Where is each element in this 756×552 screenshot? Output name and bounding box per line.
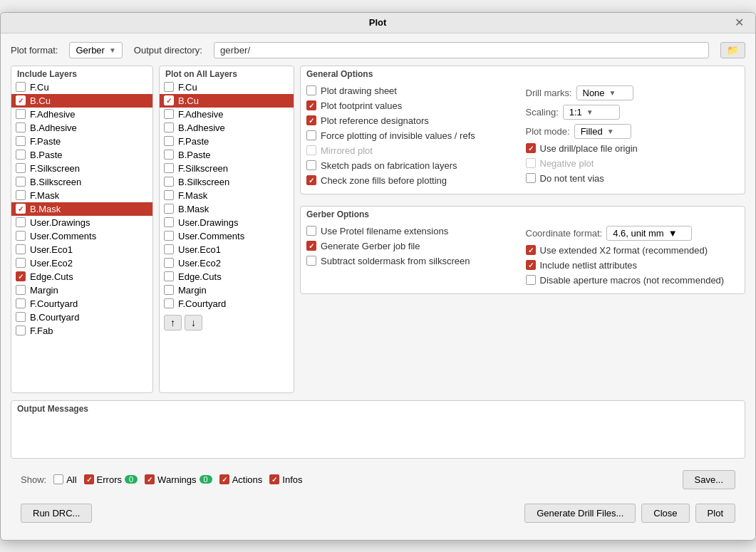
- list-item[interactable]: B.Silkscreen: [160, 175, 294, 189]
- layer-checkbox[interactable]: [16, 95, 26, 105]
- layer-checkbox[interactable]: [164, 123, 174, 132]
- list-item[interactable]: F.Paste: [11, 135, 152, 148]
- plot-mode-dropdown[interactable]: Filled ▼: [574, 124, 631, 139]
- list-item[interactable]: F.Mask: [160, 189, 294, 202]
- layer-checkbox[interactable]: [164, 136, 174, 146]
- list-item[interactable]: B.Paste: [11, 148, 152, 162]
- list-item[interactable]: User.Drawings: [11, 216, 152, 229]
- show-errors-checkbox[interactable]: [84, 474, 94, 484]
- layer-checkbox[interactable]: [164, 244, 174, 254]
- show-warnings-checkbox[interactable]: [145, 474, 155, 484]
- move-down-button[interactable]: ↓: [185, 315, 202, 330]
- coordinate-format-dropdown[interactable]: 4.6, unit mm ▼: [606, 226, 692, 241]
- include-netlist-checkbox[interactable]: [526, 260, 536, 270]
- layer-checkbox[interactable]: [16, 82, 26, 92]
- list-item[interactable]: B.Mask: [160, 202, 294, 216]
- layer-checkbox[interactable]: [16, 298, 26, 308]
- layer-checkbox[interactable]: [16, 123, 26, 132]
- list-item[interactable]: Edge.Cuts: [160, 270, 294, 283]
- generate-gerber-job-checkbox[interactable]: [306, 241, 316, 251]
- layer-checkbox[interactable]: [164, 190, 174, 200]
- layer-checkbox[interactable]: [164, 298, 174, 308]
- list-item[interactable]: User.Comments: [160, 229, 294, 243]
- list-item[interactable]: F.Silkscreen: [11, 162, 152, 175]
- layer-checkbox[interactable]: [164, 95, 174, 105]
- plot-button[interactable]: Plot: [695, 504, 735, 523]
- layer-checkbox[interactable]: [164, 258, 174, 268]
- layer-checkbox[interactable]: [16, 190, 26, 200]
- list-item[interactable]: F.Adhesive: [160, 108, 294, 121]
- list-item[interactable]: User.Eco1: [160, 243, 294, 256]
- plot-footprint-values-checkbox[interactable]: [306, 100, 316, 110]
- layer-checkbox[interactable]: [164, 163, 174, 173]
- disable-aperture-checkbox[interactable]: [526, 275, 536, 285]
- use-extended-x2-checkbox[interactable]: [526, 245, 536, 255]
- list-item[interactable]: F.Cu: [11, 80, 152, 94]
- close-icon[interactable]: ✕: [732, 17, 747, 28]
- layer-checkbox[interactable]: [16, 271, 26, 281]
- layer-checkbox[interactable]: [164, 217, 174, 227]
- list-item[interactable]: F.Mask: [11, 189, 152, 202]
- list-item[interactable]: F.Courtyard: [11, 297, 152, 311]
- sketch-pads-checkbox[interactable]: [306, 160, 316, 170]
- layer-checkbox[interactable]: [16, 258, 26, 268]
- layer-checkbox[interactable]: [16, 150, 26, 160]
- drill-marks-dropdown[interactable]: None ▼: [576, 85, 633, 100]
- list-item[interactable]: User.Eco2: [160, 256, 294, 270]
- check-zone-fills-checkbox[interactable]: [306, 175, 316, 185]
- list-item[interactable]: User.Eco2: [11, 256, 152, 270]
- plot-format-select[interactable]: Gerber ▼: [69, 42, 122, 58]
- show-infos-checkbox[interactable]: [269, 474, 279, 484]
- move-up-button[interactable]: ↑: [164, 315, 182, 330]
- use-protel-checkbox[interactable]: [306, 226, 316, 236]
- plot-ref-designators-checkbox[interactable]: [306, 115, 316, 125]
- plot-drawing-sheet-checkbox[interactable]: [306, 85, 316, 95]
- run-drc-button[interactable]: Run DRC...: [21, 504, 92, 523]
- list-item[interactable]: F.Silkscreen: [160, 162, 294, 175]
- layer-checkbox[interactable]: [164, 177, 174, 187]
- generate-drill-files-button[interactable]: Generate Drill Files...: [524, 504, 636, 523]
- list-item[interactable]: Edge.Cuts: [11, 270, 152, 283]
- list-item[interactable]: B.Paste: [160, 148, 294, 162]
- mirrored-plot-checkbox[interactable]: [306, 145, 316, 155]
- list-item[interactable]: B.Adhesive: [11, 121, 152, 135]
- scaling-dropdown[interactable]: 1:1 ▼: [563, 105, 620, 120]
- list-item[interactable]: B.Mask: [11, 202, 152, 216]
- subtract-soldermask-checkbox[interactable]: [306, 256, 316, 266]
- list-item[interactable]: B.Silkscreen: [11, 175, 152, 189]
- list-item[interactable]: User.Drawings: [160, 216, 294, 229]
- list-item[interactable]: F.Courtyard: [160, 297, 294, 311]
- list-item[interactable]: B.Adhesive: [160, 121, 294, 135]
- list-item[interactable]: Margin: [11, 283, 152, 297]
- output-dir-input[interactable]: [214, 42, 709, 58]
- layer-checkbox[interactable]: [164, 271, 174, 281]
- close-button[interactable]: Close: [641, 504, 689, 523]
- list-item[interactable]: User.Eco1: [11, 243, 152, 256]
- list-item[interactable]: F.Cu: [160, 80, 294, 94]
- layer-checkbox[interactable]: [16, 217, 26, 227]
- negative-plot-checkbox[interactable]: [526, 158, 536, 168]
- force-plotting-checkbox[interactable]: [306, 130, 316, 140]
- list-item[interactable]: B.Cu: [11, 94, 152, 108]
- layer-checkbox[interactable]: [164, 109, 174, 119]
- layer-checkbox[interactable]: [164, 285, 174, 295]
- folder-browse-button[interactable]: 📁: [720, 42, 745, 58]
- show-actions-checkbox[interactable]: [219, 474, 229, 484]
- layer-checkbox[interactable]: [16, 244, 26, 254]
- layer-checkbox[interactable]: [164, 82, 174, 92]
- list-item[interactable]: F.Paste: [160, 135, 294, 148]
- layer-checkbox[interactable]: [16, 163, 26, 173]
- layer-checkbox[interactable]: [164, 150, 174, 160]
- list-item[interactable]: F.Adhesive: [11, 108, 152, 121]
- list-item[interactable]: F.Fab: [11, 324, 152, 338]
- layer-checkbox[interactable]: [164, 231, 174, 241]
- use-drill-place-checkbox[interactable]: [526, 143, 536, 153]
- list-item[interactable]: User.Comments: [11, 229, 152, 243]
- layer-checkbox[interactable]: [16, 136, 26, 146]
- layer-checkbox[interactable]: [16, 231, 26, 241]
- layer-checkbox[interactable]: [16, 285, 26, 295]
- layer-checkbox[interactable]: [16, 326, 26, 335]
- show-all-checkbox[interactable]: [53, 474, 63, 484]
- list-item[interactable]: B.Courtyard: [11, 311, 152, 324]
- list-item[interactable]: B.Cu: [160, 94, 294, 108]
